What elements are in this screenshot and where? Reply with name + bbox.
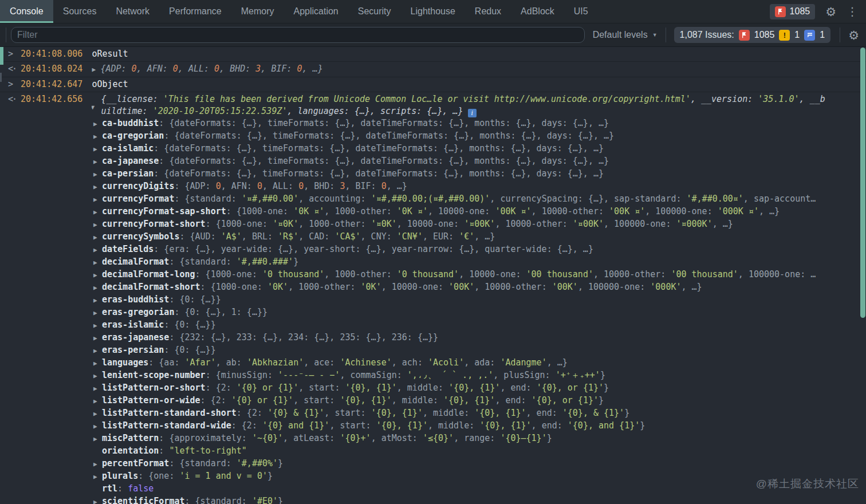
- twisty-closed-icon[interactable]: ▶: [93, 131, 102, 143]
- object-property-row[interactable]: ▶dateFields: {era: {…}, year-wide: {…}, …: [0, 243, 866, 256]
- twisty-closed-icon[interactable]: ▶: [93, 231, 102, 243]
- twisty-closed-icon[interactable]: ▶: [93, 118, 102, 130]
- twisty-closed-icon[interactable]: ▶: [93, 420, 102, 432]
- console-message-row[interactable]: >20:41:42.647oObject: [0, 78, 866, 90]
- object-property-row[interactable]: ▶lenient-scope-number: {minusSign: '---⁻…: [0, 369, 866, 382]
- console-message-row[interactable]: >20:41:08.006oResult: [0, 48, 866, 60]
- twisty-closed-icon[interactable]: ▶: [93, 219, 102, 231]
- object-property-row[interactable]: ▶listPattern-or-wide: {2: '{0} or {1}', …: [0, 395, 866, 407]
- tab-ui5[interactable]: UI5: [564, 0, 598, 23]
- object-property-row[interactable]: ▶scientificFormat: {standard: '#E0'}: [0, 495, 866, 504]
- object-property-row[interactable]: ▶ca-japanese: {dateFormats: {…}, timeFor…: [0, 155, 866, 168]
- object-property-row[interactable]: ▶miscPattern: {approximately: '~{0}', at…: [0, 432, 866, 445]
- console-settings-gear-icon[interactable]: ⚙: [848, 29, 859, 41]
- twisty-closed-icon[interactable]: ▶: [93, 408, 102, 420]
- object-property-row[interactable]: ▶ca-gregorian: {dateFormats: {…}, timeFo…: [0, 130, 866, 143]
- object-property-row[interactable]: ▶listPattern-or-short: {2: '{0} or {1}',…: [0, 382, 866, 395]
- object-preview-line: {__license: 'This file has been derived …: [101, 93, 866, 105]
- token-p: , …}: [713, 219, 733, 229]
- token-s: '#,##0%': [237, 458, 278, 468]
- vertical-scrollbar-thumb[interactable]: [860, 48, 865, 318]
- object-property-row[interactable]: ▶ca-buddhist: {dateFormats: {…}, timeFor…: [0, 117, 866, 130]
- object-property-row[interactable]: ▶currencyFormat-short: {1000-one: '¤0K',…: [0, 218, 866, 231]
- twisty-closed-icon[interactable]: ▶: [93, 345, 102, 357]
- twisty-closed-icon[interactable]: ▶: [93, 269, 102, 281]
- object-property-row[interactable]: ▶decimalFormat-long: {1000-one: '0 thous…: [0, 269, 866, 281]
- token-p: , end:: [526, 408, 562, 418]
- object-property-row[interactable]: ▶percentFormat: {standard: '#,##0%'}: [0, 458, 866, 470]
- object-property-row[interactable]: ▶listPattern-standard-short: {2: '{0} & …: [0, 407, 866, 420]
- error-count-pill[interactable]: 1085: [770, 4, 816, 19]
- tab-redux[interactable]: Redux: [465, 0, 511, 23]
- twisty-closed-icon[interactable]: ▶: [93, 307, 102, 319]
- twisty-closed-icon[interactable]: ▶: [93, 257, 102, 269]
- console-message-row[interactable]: <·20:41:08.024▶{ADP: 0, AFN: 0, ALL: 0, …: [0, 63, 866, 76]
- object-property-row[interactable]: ▶decimalFormat-short: {1000-one: '0K', 1…: [0, 281, 866, 294]
- token-n: 0: [216, 181, 221, 191]
- twisty-closed-icon[interactable]: ▶: [92, 64, 100, 76]
- object-property-row[interactable]: ▶eras-buddhist: {0: {…}}: [0, 294, 866, 306]
- object-property-row[interactable]: ▶currencyDigits: {ADP: 0, AFN: 0, ALL: 0…: [0, 180, 866, 193]
- twisty-closed-icon[interactable]: ▶: [93, 357, 102, 369]
- tab-memory[interactable]: Memory: [231, 0, 284, 23]
- toolbar-divider: [666, 27, 666, 42]
- object-property-row[interactable]: ▶languages: {aa: 'Afar', ab: 'Abkhazian'…: [0, 357, 866, 369]
- tab-performance[interactable]: Performance: [159, 0, 231, 23]
- tab-application[interactable]: Application: [284, 0, 348, 23]
- issues-error-icon: [739, 30, 750, 41]
- object-property-row[interactable]: ▶rtl: false: [0, 483, 866, 495]
- token-p: : {0: {…}}: [164, 345, 215, 355]
- object-property-row[interactable]: ▶ca-islamic: {dateFormats: {…}, timeForm…: [0, 143, 866, 155]
- twisty-closed-icon[interactable]: ▶: [93, 294, 102, 306]
- more-options-kebab-icon[interactable]: ⋮: [847, 6, 858, 17]
- object-property-row[interactable]: ▶orientation: "left-to-right": [0, 445, 866, 458]
- twisty-closed-icon[interactable]: ▶: [93, 433, 102, 445]
- twisty-closed-icon[interactable]: ▶: [93, 168, 102, 180]
- devtools-tab-bar: ConsoleSourcesNetworkPerformanceMemoryAp…: [0, 0, 866, 23]
- object-property-row[interactable]: ▶eras-japanese: {232: {…}, 233: {…}, 234…: [0, 332, 866, 344]
- settings-gear-icon[interactable]: ⚙: [825, 6, 836, 18]
- twisty-open-icon[interactable]: ▼: [92, 101, 99, 113]
- object-property-row[interactable]: ▶eras-islamic: {0: {…}}: [0, 319, 866, 332]
- token-p: , 10000-one:: [459, 269, 526, 279]
- object-property-row[interactable]: ▶plurals: {one: 'i = 1 and v = 0'}: [0, 470, 866, 483]
- object-property-row[interactable]: ▶decimalFormat: {standard: '#,##0.###'}: [0, 256, 866, 269]
- tab-security[interactable]: Security: [348, 0, 401, 23]
- tab-label: Security: [358, 6, 391, 17]
- object-property-row[interactable]: ▶ca-persian: {dateFormats: {…}, timeForm…: [0, 168, 866, 180]
- object-property-row[interactable]: ▶eras-gregorian: {0: {…}, 1: {…}}: [0, 306, 866, 319]
- tab-console[interactable]: Console: [0, 0, 53, 23]
- twisty-closed-icon[interactable]: ▶: [93, 181, 102, 193]
- console-message-row[interactable]: <·20:41:42.656▼{__license: 'This file ha…: [0, 93, 866, 117]
- twisty-closed-icon[interactable]: ▶: [93, 282, 102, 294]
- twisty-closed-icon[interactable]: ▶: [93, 496, 102, 504]
- info-icon[interactable]: i: [468, 109, 477, 117]
- filter-input[interactable]: [11, 27, 585, 43]
- token-s: '#E0': [252, 496, 278, 504]
- object-property-row[interactable]: ▶currencyFormat: {standard: '¤#,##0.00',…: [0, 193, 866, 206]
- log-levels-dropdown[interactable]: Default levels ▼: [593, 30, 658, 40]
- twisty-closed-icon[interactable]: ▶: [93, 458, 102, 470]
- object-property-row[interactable]: ▶currencySymbols: {AUD: 'A$', BRL: 'R$',…: [0, 231, 866, 243]
- object-property-row[interactable]: ▶listPattern-standard-wide: {2: '{0} and…: [0, 420, 866, 432]
- twisty-closed-icon[interactable]: ▶: [93, 244, 102, 256]
- token-p: }: [600, 370, 605, 380]
- twisty-closed-icon[interactable]: ▶: [93, 471, 102, 483]
- object-property-row[interactable]: ▶eras-persian: {0: {…}}: [0, 344, 866, 357]
- twisty-closed-icon[interactable]: ▶: [93, 370, 102, 382]
- twisty-closed-icon[interactable]: ▶: [93, 332, 102, 344]
- twisty-closed-icon[interactable]: ▶: [93, 320, 102, 332]
- twisty-closed-icon[interactable]: ▶: [93, 206, 102, 218]
- twisty-closed-icon[interactable]: ▶: [93, 156, 102, 168]
- twisty-closed-icon[interactable]: ▶: [93, 395, 102, 407]
- tab-sources[interactable]: Sources: [53, 0, 107, 23]
- tab-network[interactable]: Network: [106, 0, 159, 23]
- twisty-closed-icon[interactable]: ▶: [93, 194, 102, 206]
- twisty-closed-icon[interactable]: ▶: [93, 383, 102, 395]
- token-s: '0 thousand': [397, 269, 459, 279]
- object-property-row[interactable]: ▶currencyFormat-sap-short: {1000-one: '0…: [0, 206, 866, 218]
- tab-adblock[interactable]: AdBlock: [511, 0, 564, 23]
- issues-summary[interactable]: 1,087 Issues: 1085 ! 1 1: [674, 27, 831, 43]
- tab-lighthouse[interactable]: Lighthouse: [401, 0, 465, 23]
- twisty-closed-icon[interactable]: ▶: [93, 143, 102, 155]
